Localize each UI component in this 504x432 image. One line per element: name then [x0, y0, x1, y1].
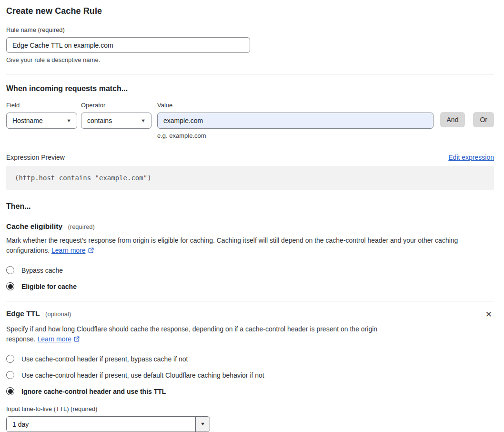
- rule-name-label: Rule name (required): [6, 26, 494, 33]
- expression-preview-label: Expression Preview: [6, 154, 65, 161]
- edge-ttl-header: Edge TTL (optional) ✕: [6, 309, 494, 319]
- radio-option-use-header-default[interactable]: Use cache-control header if present, use…: [6, 371, 494, 379]
- chevron-down-icon: ▼: [141, 119, 146, 123]
- operator-select-value: contains: [87, 117, 112, 124]
- radio-option-label: Use cache-control header if present, byp…: [21, 355, 188, 363]
- radio-icon[interactable]: [6, 266, 14, 274]
- edge-ttl-section: Edge TTL (optional) ✕ Specify if and how…: [6, 309, 494, 432]
- rule-name-input[interactable]: [6, 37, 250, 53]
- external-link-icon: [88, 247, 94, 257]
- edge-ttl-requirement: (optional): [45, 310, 71, 318]
- value-label: Value: [157, 102, 433, 109]
- radio-checked-icon[interactable]: [6, 282, 14, 290]
- operator-column: Operator contains ▼: [81, 102, 151, 129]
- value-column: Value e.g. example.com: [157, 102, 433, 139]
- external-link-icon: [73, 335, 80, 345]
- cache-eligibility-title: Cache eligibility: [6, 222, 62, 230]
- radio-option-eligible-for-cache[interactable]: Eligible for cache: [6, 282, 494, 290]
- ttl-input-group: Input time-to-live (TTL) (required) ▼: [6, 405, 494, 432]
- radio-option-use-header-bypass[interactable]: Use cache-control header if present, byp…: [6, 355, 494, 363]
- then-heading: Then...: [6, 202, 494, 211]
- value-help: e.g. example.com: [157, 132, 433, 139]
- conjunction-buttons: And Or: [433, 102, 494, 127]
- rule-name-help: Give your rule a descriptive name.: [6, 56, 494, 63]
- field-label: Field: [6, 102, 77, 109]
- match-section: When incoming requests match... Field Ho…: [6, 84, 494, 190]
- radio-option-label: Bypass cache: [21, 267, 63, 274]
- radio-icon[interactable]: [6, 371, 14, 379]
- field-select[interactable]: Hostname ▼: [6, 113, 77, 129]
- and-button[interactable]: And: [440, 112, 465, 127]
- close-icon[interactable]: ✕: [484, 309, 494, 319]
- expression-preview-code: (http.host contains "example.com"): [6, 166, 494, 190]
- radio-option-label: Eligible for cache: [21, 283, 77, 290]
- edge-ttl-description: Specify if and how long Cloudflare shoul…: [6, 324, 403, 345]
- edge-ttl-title: Edge TTL: [6, 309, 40, 318]
- chevron-down-icon: ▼: [66, 119, 71, 123]
- field-select-value: Hostname: [12, 117, 43, 124]
- radio-option-bypass-cache[interactable]: Bypass cache: [6, 266, 494, 274]
- divider: [6, 74, 494, 74]
- cache-eligibility-options: Bypass cache Eligible for cache: [6, 266, 494, 290]
- ttl-input[interactable]: [7, 417, 195, 432]
- create-cache-rule-page: Create new Cache Rule Rule name (require…: [0, 0, 504, 432]
- page-title: Create new Cache Rule: [6, 6, 494, 16]
- operator-label: Operator: [81, 102, 151, 109]
- learn-more-link[interactable]: Learn more: [37, 335, 71, 343]
- match-heading: When incoming requests match...: [6, 84, 494, 93]
- value-input[interactable]: [157, 113, 433, 129]
- radio-checked-icon[interactable]: [6, 387, 14, 395]
- radio-option-label: Use cache-control header if present, use…: [21, 371, 264, 379]
- ttl-label: Input time-to-live (TTL) (required): [6, 405, 494, 412]
- operator-select[interactable]: contains ▼: [81, 113, 151, 129]
- radio-option-ignore-header-use-ttl[interactable]: Ignore cache-control header and use this…: [6, 387, 494, 395]
- rule-name-group: Rule name (required) Give your rule a de…: [6, 26, 494, 63]
- divider: [6, 301, 494, 301]
- cache-eligibility-requirement: (required): [68, 223, 94, 230]
- learn-more-link[interactable]: Learn more: [51, 247, 86, 254]
- ttl-combobox: ▼: [6, 416, 210, 432]
- or-button[interactable]: Or: [473, 112, 494, 127]
- expression-builder-row: Field Hostname ▼ Operator contains ▼ Val…: [6, 102, 494, 139]
- cache-eligibility-section: Cache eligibility (required) Mark whethe…: [6, 222, 494, 290]
- edge-ttl-options: Use cache-control header if present, byp…: [6, 355, 494, 395]
- edit-expression-link[interactable]: Edit expression: [448, 154, 494, 161]
- expression-preview-header: Expression Preview Edit expression: [6, 154, 494, 161]
- ttl-dropdown-button[interactable]: ▼: [195, 417, 210, 432]
- chevron-down-icon: ▼: [200, 422, 205, 426]
- radio-icon[interactable]: [6, 355, 14, 363]
- cache-eligibility-description: Mark whether the request’s response from…: [6, 236, 494, 257]
- radio-option-label: Ignore cache-control header and use this…: [21, 388, 166, 395]
- field-column: Field Hostname ▼: [6, 102, 77, 129]
